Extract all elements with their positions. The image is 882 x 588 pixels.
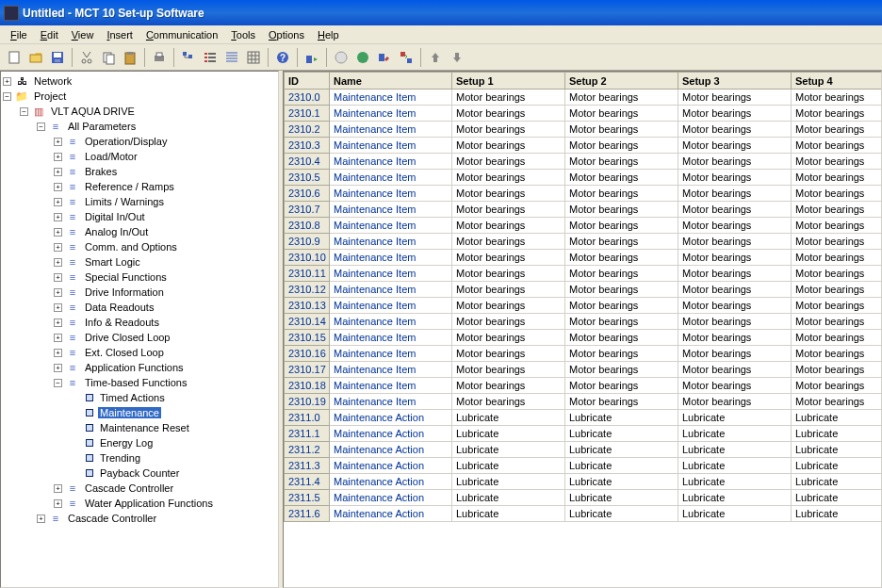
cell-s4[interactable]: Motor bearings (792, 106, 883, 122)
cell-s2[interactable]: Motor bearings (565, 314, 678, 330)
cell-s1[interactable]: Motor bearings (452, 394, 565, 410)
cell-s2[interactable]: Motor bearings (565, 346, 678, 362)
cell-s1[interactable]: Motor bearings (452, 90, 565, 106)
cell-s3[interactable]: Motor bearings (678, 362, 792, 378)
cell-name[interactable]: Maintenance Item (330, 186, 452, 202)
cell-id[interactable]: 2310.5 (285, 170, 330, 186)
cell-s2[interactable]: Motor bearings (565, 362, 678, 378)
cell-s1[interactable]: Motor bearings (452, 154, 565, 170)
cell-s3[interactable]: Lubricate (678, 410, 792, 426)
cell-s3[interactable]: Motor bearings (678, 394, 792, 410)
cell-s3[interactable]: Motor bearings (678, 154, 792, 170)
cell-s4[interactable]: Motor bearings (792, 282, 883, 298)
cell-id[interactable]: 2311.3 (285, 458, 330, 474)
cell-s2[interactable]: Motor bearings (565, 394, 678, 410)
cell-s3[interactable]: Motor bearings (678, 330, 792, 346)
cell-s3[interactable]: Lubricate (678, 458, 792, 474)
table-row[interactable]: 2310.15Maintenance ItemMotor bearingsMot… (285, 330, 883, 346)
open-icon[interactable] (25, 47, 46, 68)
cell-name[interactable]: Maintenance Item (330, 122, 452, 138)
cell-id[interactable]: 2310.6 (285, 186, 330, 202)
tree-tb-0[interactable]: Timed Actions (3, 390, 276, 405)
cell-s1[interactable]: Motor bearings (452, 362, 565, 378)
table-row[interactable]: 2311.2Maintenance ActionLubricateLubrica… (285, 442, 883, 458)
cell-s1[interactable]: Motor bearings (452, 170, 565, 186)
cell-name[interactable]: Maintenance Action (330, 474, 452, 490)
cell-name[interactable]: Maintenance Item (330, 266, 452, 282)
cell-name[interactable]: Maintenance Item (330, 90, 452, 106)
tree-param-1[interactable]: +Load/Motor (3, 149, 276, 164)
cell-s2[interactable]: Motor bearings (565, 234, 678, 250)
cell-id[interactable]: 2310.16 (285, 346, 330, 362)
cell-s3[interactable]: Motor bearings (678, 170, 792, 186)
table-row[interactable]: 2310.12Maintenance ItemMotor bearingsMot… (285, 282, 883, 298)
tree-param-4[interactable]: +Limits / Warnings (3, 194, 276, 209)
table-row[interactable]: 2310.3Maintenance ItemMotor bearingsMoto… (285, 138, 883, 154)
down-arrow-icon[interactable] (447, 47, 467, 68)
table-row[interactable]: 2310.6Maintenance ItemMotor bearingsMoto… (285, 186, 883, 202)
cell-s2[interactable]: Motor bearings (565, 170, 678, 186)
tree-param-2[interactable]: +Brakes (3, 164, 276, 179)
table-row[interactable]: 2311.1Maintenance ActionLubricateLubrica… (285, 426, 883, 442)
cell-s1[interactable]: Motor bearings (452, 186, 565, 202)
cell-id[interactable]: 2310.8 (285, 218, 330, 234)
cell-s4[interactable]: Motor bearings (792, 362, 883, 378)
tree-param-14[interactable]: +Ext. Closed Loop (3, 345, 276, 360)
cell-name[interactable]: Maintenance Item (330, 234, 452, 250)
stop-icon[interactable] (331, 47, 351, 68)
table-row[interactable]: 2310.10Maintenance ItemMotor bearingsMot… (285, 250, 883, 266)
cell-s2[interactable]: Motor bearings (565, 250, 678, 266)
cell-name[interactable]: Maintenance Item (330, 346, 452, 362)
cell-name[interactable]: Maintenance Action (330, 426, 452, 442)
cell-s4[interactable]: Motor bearings (792, 394, 883, 410)
new-icon[interactable] (4, 47, 24, 68)
cell-s2[interactable]: Motor bearings (565, 122, 678, 138)
table-row[interactable]: 2310.14Maintenance ItemMotor bearingsMot… (285, 314, 883, 330)
compare-icon[interactable] (396, 47, 416, 68)
detail-view-icon[interactable] (221, 47, 242, 68)
table-row[interactable]: 2310.16Maintenance ItemMotor bearingsMot… (285, 346, 883, 362)
cell-name[interactable]: Maintenance Item (330, 138, 452, 154)
cell-name[interactable]: Maintenance Item (330, 154, 452, 170)
table-row[interactable]: 2310.5Maintenance ItemMotor bearingsMoto… (285, 170, 883, 186)
tree-param-7[interactable]: +Comm. and Options (3, 239, 276, 254)
menu-insert[interactable]: Insert (100, 27, 139, 42)
cell-s4[interactable]: Motor bearings (792, 186, 883, 202)
cell-s2[interactable]: Motor bearings (565, 90, 678, 106)
cell-s3[interactable]: Motor bearings (678, 378, 792, 394)
tree-after-0[interactable]: +Cascade Controller (3, 481, 276, 496)
tree-param-11[interactable]: +Data Readouts (3, 300, 276, 315)
tree-tb-4[interactable]: Trending (3, 450, 276, 466)
cell-s4[interactable]: Motor bearings (792, 90, 883, 106)
cell-s4[interactable]: Motor bearings (792, 138, 883, 154)
cell-name[interactable]: Maintenance Item (330, 170, 452, 186)
table-row[interactable]: 2310.4Maintenance ItemMotor bearingsMoto… (285, 154, 883, 170)
tree-cascade[interactable]: +Cascade Controller (3, 511, 276, 526)
cell-s4[interactable]: Lubricate (792, 442, 883, 458)
cell-s1[interactable]: Motor bearings (452, 282, 565, 298)
cell-s4[interactable]: Motor bearings (792, 378, 883, 394)
cell-s2[interactable]: Lubricate (565, 426, 678, 442)
cell-id[interactable]: 2311.0 (285, 410, 330, 426)
tree-param-9[interactable]: +Special Functions (3, 270, 276, 285)
cell-id[interactable]: 2310.17 (285, 362, 330, 378)
cell-s4[interactable]: Lubricate (792, 410, 883, 426)
table-row[interactable]: 2311.6Maintenance ActionLubricateLubrica… (285, 506, 883, 522)
cell-name[interactable]: Maintenance Item (330, 394, 452, 410)
cell-id[interactable]: 2310.10 (285, 250, 330, 266)
col-setup-2[interactable]: Setup 2 (565, 73, 678, 90)
menu-communication[interactable]: Communication (139, 27, 224, 42)
table-row[interactable]: 2310.2Maintenance ItemMotor bearingsMoto… (285, 122, 883, 138)
cell-s3[interactable]: Motor bearings (678, 250, 792, 266)
cell-s4[interactable]: Lubricate (792, 458, 883, 474)
cell-s3[interactable]: Motor bearings (678, 298, 792, 314)
paste-icon[interactable] (120, 47, 140, 68)
tree-param-3[interactable]: +Reference / Ramps (3, 179, 276, 194)
cell-name[interactable]: Maintenance Action (330, 506, 452, 522)
cell-s2[interactable]: Motor bearings (565, 106, 678, 122)
tree-tb-5[interactable]: Payback Counter (3, 466, 276, 481)
cell-s3[interactable]: Motor bearings (678, 122, 792, 138)
cell-s4[interactable]: Motor bearings (792, 202, 883, 218)
cell-s2[interactable]: Motor bearings (565, 218, 678, 234)
menu-view[interactable]: View (65, 27, 101, 42)
